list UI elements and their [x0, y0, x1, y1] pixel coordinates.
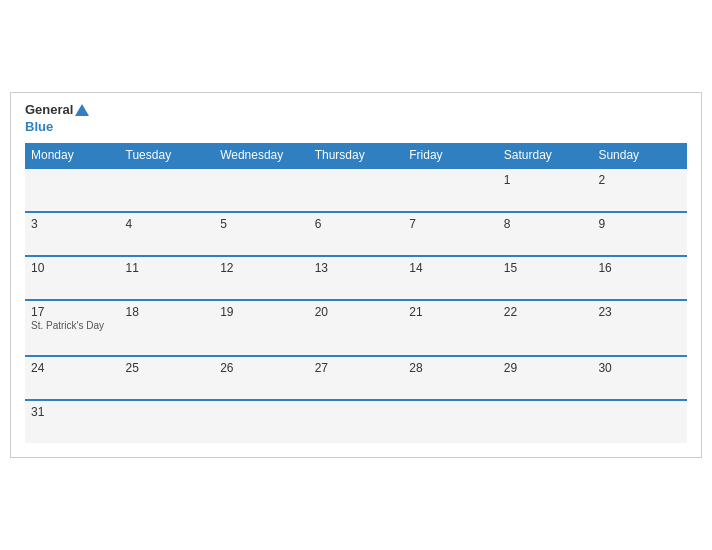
calendar-cell-r1c6: 9 — [592, 212, 687, 256]
day-number: 9 — [598, 217, 681, 231]
calendar-cell-r0c1 — [120, 168, 215, 212]
calendar-cell-r0c6: 2 — [592, 168, 687, 212]
logo-blue-text: Blue — [25, 119, 53, 134]
calendar-cell-r4c5: 29 — [498, 356, 593, 400]
day-number: 14 — [409, 261, 492, 275]
day-number: 20 — [315, 305, 398, 319]
calendar-cell-r5c2 — [214, 400, 309, 443]
day-number: 11 — [126, 261, 209, 275]
day-number: 28 — [409, 361, 492, 375]
calendar-cell-r3c0: 17St. Patrick's Day — [25, 300, 120, 356]
day-number: 2 — [598, 173, 681, 187]
day-event: St. Patrick's Day — [31, 320, 114, 331]
calendar-cell-r4c1: 25 — [120, 356, 215, 400]
calendar: General Blue MondayTuesdayWednesdayThurs… — [10, 92, 702, 458]
calendar-cell-r2c6: 16 — [592, 256, 687, 300]
day-number: 13 — [315, 261, 398, 275]
calendar-cell-r0c0 — [25, 168, 120, 212]
calendar-row-1: 3456789 — [25, 212, 687, 256]
calendar-cell-r3c3: 20 — [309, 300, 404, 356]
logo-triangle-icon — [75, 104, 89, 116]
calendar-cell-r2c0: 10 — [25, 256, 120, 300]
day-number: 7 — [409, 217, 492, 231]
day-number: 16 — [598, 261, 681, 275]
weekday-header-row: MondayTuesdayWednesdayThursdayFridaySatu… — [25, 143, 687, 168]
day-number: 30 — [598, 361, 681, 375]
calendar-cell-r4c2: 26 — [214, 356, 309, 400]
day-number: 24 — [31, 361, 114, 375]
calendar-cell-r3c2: 19 — [214, 300, 309, 356]
calendar-cell-r5c6 — [592, 400, 687, 443]
logo-general-text: General — [25, 103, 73, 117]
weekday-header-sunday: Sunday — [592, 143, 687, 168]
calendar-cell-r1c4: 7 — [403, 212, 498, 256]
calendar-cell-r0c2 — [214, 168, 309, 212]
day-number: 4 — [126, 217, 209, 231]
weekday-header-friday: Friday — [403, 143, 498, 168]
day-number: 31 — [31, 405, 114, 419]
day-number: 15 — [504, 261, 587, 275]
day-number: 17 — [31, 305, 114, 319]
calendar-cell-r4c3: 27 — [309, 356, 404, 400]
calendar-row-5: 31 — [25, 400, 687, 443]
calendar-cell-r5c0: 31 — [25, 400, 120, 443]
calendar-cell-r4c4: 28 — [403, 356, 498, 400]
calendar-cell-r1c2: 5 — [214, 212, 309, 256]
calendar-row-3: 17St. Patrick's Day181920212223 — [25, 300, 687, 356]
calendar-cell-r3c4: 21 — [403, 300, 498, 356]
calendar-cell-r1c1: 4 — [120, 212, 215, 256]
calendar-cell-r2c3: 13 — [309, 256, 404, 300]
day-number: 12 — [220, 261, 303, 275]
calendar-cell-r2c4: 14 — [403, 256, 498, 300]
calendar-cell-r0c3 — [309, 168, 404, 212]
calendar-cell-r5c3 — [309, 400, 404, 443]
calendar-cell-r5c5 — [498, 400, 593, 443]
calendar-cell-r1c3: 6 — [309, 212, 404, 256]
weekday-header-tuesday: Tuesday — [120, 143, 215, 168]
day-number: 6 — [315, 217, 398, 231]
calendar-cell-r2c1: 11 — [120, 256, 215, 300]
calendar-cell-r4c6: 30 — [592, 356, 687, 400]
calendar-cell-r2c5: 15 — [498, 256, 593, 300]
day-number: 1 — [504, 173, 587, 187]
day-number: 26 — [220, 361, 303, 375]
calendar-header: General Blue — [25, 103, 687, 135]
calendar-cell-r5c4 — [403, 400, 498, 443]
day-number: 29 — [504, 361, 587, 375]
day-number: 18 — [126, 305, 209, 319]
calendar-cell-r2c2: 12 — [214, 256, 309, 300]
calendar-cell-r3c6: 23 — [592, 300, 687, 356]
day-number: 8 — [504, 217, 587, 231]
day-number: 22 — [504, 305, 587, 319]
logo: General Blue — [25, 103, 89, 135]
weekday-header-wednesday: Wednesday — [214, 143, 309, 168]
calendar-cell-r0c4 — [403, 168, 498, 212]
calendar-row-2: 10111213141516 — [25, 256, 687, 300]
weekday-header-monday: Monday — [25, 143, 120, 168]
calendar-row-0: 12 — [25, 168, 687, 212]
calendar-cell-r3c5: 22 — [498, 300, 593, 356]
day-number: 19 — [220, 305, 303, 319]
weekday-header-thursday: Thursday — [309, 143, 404, 168]
calendar-cell-r4c0: 24 — [25, 356, 120, 400]
weekday-header-saturday: Saturday — [498, 143, 593, 168]
calendar-cell-r3c1: 18 — [120, 300, 215, 356]
day-number: 27 — [315, 361, 398, 375]
day-number: 3 — [31, 217, 114, 231]
day-number: 25 — [126, 361, 209, 375]
calendar-table: MondayTuesdayWednesdayThursdayFridaySatu… — [25, 143, 687, 443]
calendar-cell-r1c0: 3 — [25, 212, 120, 256]
calendar-cell-r0c5: 1 — [498, 168, 593, 212]
day-number: 23 — [598, 305, 681, 319]
day-number: 5 — [220, 217, 303, 231]
calendar-row-4: 24252627282930 — [25, 356, 687, 400]
day-number: 21 — [409, 305, 492, 319]
calendar-cell-r1c5: 8 — [498, 212, 593, 256]
calendar-cell-r5c1 — [120, 400, 215, 443]
day-number: 10 — [31, 261, 114, 275]
